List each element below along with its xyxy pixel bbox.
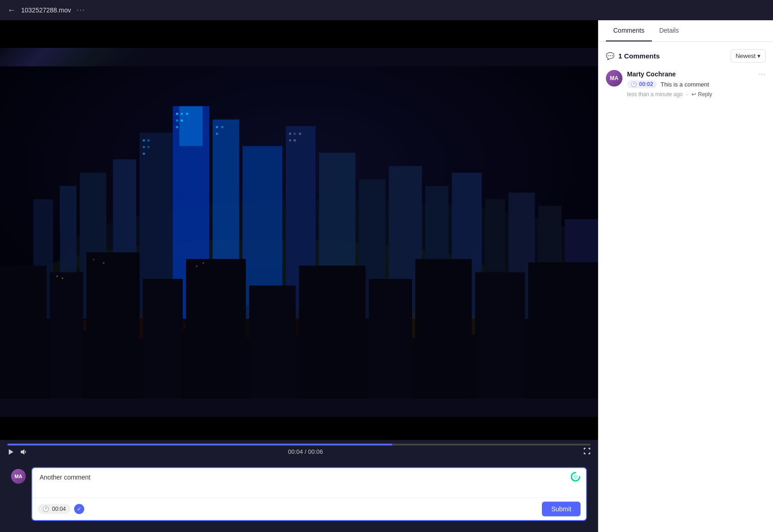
file-title: 1032527288.mov xyxy=(21,6,71,14)
video-section: 00:04 / 00:06 MA Another xyxy=(0,20,598,532)
svg-rect-54 xyxy=(475,272,525,399)
separator-dot: · xyxy=(686,91,688,98)
video-controls: 00:04 / 00:06 xyxy=(0,440,598,460)
comment-timestamp-badge[interactable]: 🕐 00:02 xyxy=(627,80,657,88)
timestamp-confirm-button[interactable]: ✓ xyxy=(74,504,84,514)
svg-rect-57 xyxy=(62,278,63,279)
video-bottom-padding xyxy=(0,417,598,440)
svg-rect-39 xyxy=(289,139,291,141)
comment-body: Marty Cochrane ··· 🕐 00:02 This is a com… xyxy=(627,70,766,98)
video-top-padding xyxy=(0,20,598,48)
svg-rect-52 xyxy=(369,279,412,399)
volume-button[interactable] xyxy=(20,448,28,456)
svg-rect-50 xyxy=(249,285,296,398)
svg-rect-45 xyxy=(0,266,46,399)
comment-input-area: MA Another comment xyxy=(0,460,598,532)
comment-meta-row: less than a minute ago · ↩ Reply xyxy=(627,91,766,98)
svg-rect-9 xyxy=(180,106,203,146)
submit-button[interactable]: Submit xyxy=(542,502,581,516)
panel-content: 💬 1 Comments Newest ▾ MA Marty xyxy=(599,42,773,532)
comment-more-button[interactable]: ··· xyxy=(758,70,766,78)
comment-content-row: 🕐 00:02 This is a comment xyxy=(627,80,766,88)
tab-details[interactable]: Details xyxy=(652,20,686,41)
comments-count: 💬 1 Comments xyxy=(606,52,660,60)
comment-clock-icon: 🕐 xyxy=(631,81,637,87)
reply-button[interactable]: ↩ Reply xyxy=(692,91,712,98)
svg-rect-25 xyxy=(147,146,149,148)
video-container: 00:04 / 00:06 xyxy=(0,20,598,460)
comment-author: Marty Cochrane xyxy=(627,70,676,78)
tab-comments[interactable]: Comments xyxy=(606,20,652,41)
svg-marker-62 xyxy=(9,449,13,455)
comment-header-row: Marty Cochrane ··· xyxy=(627,70,766,78)
fullscreen-button[interactable] xyxy=(583,447,591,456)
svg-rect-27 xyxy=(176,113,178,115)
svg-rect-55 xyxy=(528,262,598,399)
more-options-button[interactable]: ··· xyxy=(76,6,85,14)
svg-rect-56 xyxy=(57,276,58,277)
video-frame xyxy=(0,48,598,417)
svg-rect-26 xyxy=(143,153,145,155)
timestamp-value: 00:04 xyxy=(52,506,66,512)
timestamp-tag: 🕐 00:04 xyxy=(38,504,70,514)
spinner-icon xyxy=(570,472,581,482)
progress-bar-fill xyxy=(7,444,392,445)
svg-rect-40 xyxy=(294,139,296,141)
controls-row: 00:04 / 00:06 xyxy=(7,447,591,456)
app-container: ← 1032527288.mov ··· xyxy=(0,0,773,532)
commenter-avatar: MA xyxy=(606,70,622,87)
header: ← 1032527288.mov ··· xyxy=(0,0,773,20)
svg-rect-58 xyxy=(93,259,94,260)
svg-rect-29 xyxy=(186,113,188,115)
svg-rect-32 xyxy=(176,126,178,128)
comment-time-ago: less than a minute ago xyxy=(627,91,683,98)
svg-rect-51 xyxy=(299,266,366,399)
svg-rect-22 xyxy=(143,139,145,141)
comment-timestamp-value: 00:02 xyxy=(639,81,653,87)
comment-icon: 💬 xyxy=(606,52,615,60)
sort-dropdown[interactable]: Newest ▾ xyxy=(731,49,766,63)
comment-item: MA Marty Cochrane ··· 🕐 00:02 This xyxy=(606,70,766,98)
comment-box-wrapper: Another comment 🕐 xyxy=(31,467,587,521)
svg-rect-31 xyxy=(181,120,183,121)
svg-rect-63 xyxy=(21,451,23,453)
svg-rect-59 xyxy=(103,262,105,264)
svg-rect-47 xyxy=(87,252,139,399)
comment-textarea[interactable]: Another comment xyxy=(32,468,586,496)
progress-bar[interactable] xyxy=(7,444,591,445)
svg-rect-35 xyxy=(216,133,218,135)
play-button[interactable] xyxy=(7,448,15,456)
svg-rect-53 xyxy=(415,259,472,399)
svg-rect-28 xyxy=(181,113,183,115)
comment-box-footer: 🕐 00:04 ✓ Submit xyxy=(32,497,586,520)
svg-rect-61 xyxy=(203,262,204,264)
chevron-down-icon: ▾ xyxy=(757,52,761,59)
svg-rect-48 xyxy=(143,279,183,399)
svg-rect-23 xyxy=(147,139,149,141)
svg-rect-46 xyxy=(50,272,83,399)
panel-tabs: Comments Details xyxy=(599,20,773,42)
comment-text: This is a comment xyxy=(661,81,709,88)
svg-rect-30 xyxy=(176,120,178,121)
svg-rect-34 xyxy=(221,126,223,128)
svg-point-66 xyxy=(573,474,578,479)
svg-rect-37 xyxy=(294,133,296,135)
current-user-avatar: MA xyxy=(11,469,26,484)
time-display: 00:04 / 00:06 xyxy=(288,448,323,455)
clock-icon: 🕐 xyxy=(42,506,49,512)
svg-rect-49 xyxy=(186,259,246,399)
comments-count-label: 1 Comments xyxy=(618,52,660,60)
svg-rect-33 xyxy=(216,126,218,128)
svg-rect-24 xyxy=(143,146,145,148)
controls-left xyxy=(7,448,28,456)
reply-icon: ↩ xyxy=(692,91,696,98)
current-user-initials: MA xyxy=(14,474,22,479)
comments-header: 💬 1 Comments Newest ▾ xyxy=(606,49,766,63)
svg-rect-36 xyxy=(289,133,291,135)
svg-rect-38 xyxy=(299,133,301,135)
main-layout: 00:04 / 00:06 MA Another xyxy=(0,20,773,532)
svg-rect-60 xyxy=(196,266,198,267)
back-button[interactable]: ← xyxy=(7,6,16,15)
svg-marker-64 xyxy=(23,449,24,455)
comments-panel: Comments Details 💬 1 Comments Newest ▾ xyxy=(598,20,773,532)
